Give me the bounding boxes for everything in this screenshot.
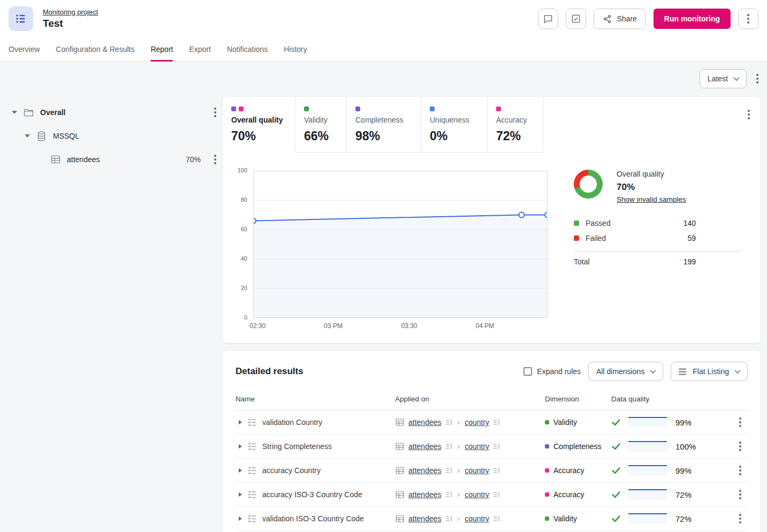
dimension-label: Accuracy xyxy=(553,466,584,475)
tree-item-label: attendees xyxy=(67,155,100,164)
catalog-tree: Overall MSSQL attendees 70% xyxy=(9,101,225,171)
rule-checklist-icon xyxy=(247,417,257,427)
table-link[interactable]: attendees xyxy=(408,514,442,523)
table-row: validation Country attendees › country V… xyxy=(236,411,748,435)
metric-card-completeness[interactable]: Completeness98% xyxy=(347,97,421,153)
row-menu-button[interactable] xyxy=(737,488,743,501)
attribute-profile-icon xyxy=(445,515,453,522)
quality-percent: 72% xyxy=(675,490,700,499)
attribute-link[interactable]: country xyxy=(465,418,489,427)
page-title: Test xyxy=(43,18,98,29)
quality-sparkline xyxy=(628,465,667,476)
metric-label: Uniqueness xyxy=(430,116,476,124)
expand-row-icon[interactable] xyxy=(239,468,242,473)
comments-button[interactable] xyxy=(538,9,558,29)
dimension-swatch xyxy=(545,420,549,424)
failed-label: Failed xyxy=(586,234,606,242)
report-content: Latest Overall MSSQL xyxy=(0,62,767,532)
dimension-swatch xyxy=(545,492,549,497)
row-menu-button[interactable] xyxy=(737,463,743,477)
collapse-icon[interactable] xyxy=(12,111,17,114)
rule-checklist-icon xyxy=(247,490,257,499)
table-link[interactable]: attendees xyxy=(408,490,442,499)
tree-item-overall[interactable]: Overall xyxy=(9,101,225,124)
tree-item-attendees[interactable]: attendees 70% xyxy=(9,148,225,171)
tab-overview[interactable]: Overview xyxy=(9,37,40,61)
passed-row: Passed 140 xyxy=(574,216,741,231)
table-link[interactable]: attendees xyxy=(408,418,442,427)
passed-check-icon xyxy=(611,490,621,499)
expand-rules-toggle[interactable]: Expand rules xyxy=(523,367,581,376)
metric-card-overall-quality[interactable]: Overall quality70% xyxy=(223,97,295,153)
run-monitoring-button[interactable]: Run monitoring xyxy=(654,9,731,29)
expand-row-icon[interactable] xyxy=(239,492,242,497)
attribute-profile-icon xyxy=(493,515,500,522)
tab-notifications[interactable]: Notifications xyxy=(227,37,268,61)
attribute-profile-icon xyxy=(493,467,500,474)
expand-row-icon[interactable] xyxy=(239,516,242,521)
tree-item-menu[interactable] xyxy=(212,105,218,119)
quality-report-panel: Overall quality70%Validity66%Completenes… xyxy=(223,97,761,343)
tree-item-menu[interactable] xyxy=(212,153,218,166)
y-axis-tick: 20 xyxy=(223,285,247,291)
quality-percent: 100% xyxy=(675,442,700,451)
metric-card-uniqueness[interactable]: Uniqueness0% xyxy=(421,97,488,153)
expand-row-icon[interactable] xyxy=(239,444,242,449)
table-icon xyxy=(395,417,405,427)
quality-percent: 72% xyxy=(675,514,700,523)
attribute-profile-icon xyxy=(493,443,500,450)
row-menu-button[interactable] xyxy=(737,439,743,453)
tree-item-label: MSSQL xyxy=(53,132,79,140)
dimension-filter[interactable]: All dimensions xyxy=(588,362,663,381)
table-link[interactable]: attendees xyxy=(408,466,442,475)
tab-history[interactable]: History xyxy=(284,37,307,61)
dimension-swatch xyxy=(545,516,549,521)
tree-item-quality: 70% xyxy=(186,155,201,164)
row-menu-button[interactable] xyxy=(737,512,743,526)
tab-bar: OverviewConfiguration & ResultsReportExp… xyxy=(0,37,767,62)
chevron-right-icon: › xyxy=(457,514,461,523)
header-more-button[interactable] xyxy=(738,9,758,29)
tab-report[interactable]: Report xyxy=(150,37,173,61)
dimension-label: Accuracy xyxy=(553,490,584,499)
attribute-link[interactable]: country xyxy=(465,514,489,523)
checkbox-icon[interactable] xyxy=(523,367,532,376)
table-link[interactable]: attendees xyxy=(408,442,442,451)
attribute-link[interactable]: country xyxy=(465,490,489,499)
row-menu-button[interactable] xyxy=(737,415,743,429)
breadcrumb[interactable]: Monitoring project xyxy=(43,8,98,16)
metric-value: 70% xyxy=(231,129,284,143)
project-type-icon xyxy=(9,6,33,31)
attribute-profile-icon xyxy=(445,443,453,450)
rule-name: accuracy Country xyxy=(262,466,321,475)
tree-item-mssql[interactable]: MSSQL xyxy=(9,124,225,148)
metric-value: 98% xyxy=(355,129,410,143)
rule-name: accuracy ISO-3 Country Code xyxy=(262,490,362,499)
view-selector[interactable]: Flat Listing xyxy=(671,362,748,381)
show-invalid-samples-link[interactable]: Show invalid samples xyxy=(617,195,686,203)
tasks-button[interactable] xyxy=(566,9,586,29)
rule-checklist-icon xyxy=(247,514,257,523)
metric-card-accuracy[interactable]: Accuracy72% xyxy=(488,97,543,153)
passed-legend-swatch xyxy=(574,221,579,226)
y-axis-tick: 100 xyxy=(223,167,247,173)
passed-check-icon xyxy=(611,466,621,475)
passed-label: Passed xyxy=(586,219,611,227)
chevron-right-icon: › xyxy=(457,466,461,475)
share-button[interactable]: Share xyxy=(594,9,646,29)
x-axis-tick: 02:30 xyxy=(249,322,265,330)
metric-card-validity[interactable]: Validity66% xyxy=(295,97,347,153)
col-name: Name xyxy=(236,395,395,403)
metric-value: 66% xyxy=(304,129,336,143)
share-icon xyxy=(603,14,612,24)
attribute-link[interactable]: country xyxy=(465,442,489,451)
panel-more-button[interactable] xyxy=(746,108,752,121)
tab-configuration-results[interactable]: Configuration & Results xyxy=(56,37,134,61)
attribute-link[interactable]: country xyxy=(465,466,489,475)
report-more-button[interactable] xyxy=(754,72,761,86)
tab-export[interactable]: Export xyxy=(189,37,210,61)
expand-row-icon[interactable] xyxy=(239,420,242,424)
version-selector[interactable]: Latest xyxy=(700,69,747,88)
collapse-icon[interactable] xyxy=(25,134,30,138)
dimension-dots xyxy=(430,107,476,111)
